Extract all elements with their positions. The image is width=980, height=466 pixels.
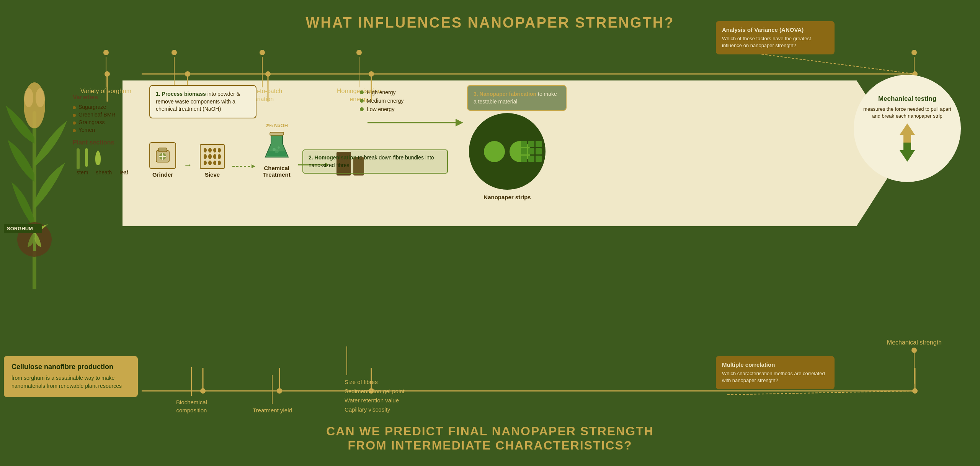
svg-marker-43 — [456, 119, 463, 126]
svg-marker-45 — [900, 143, 915, 162]
nano-cell — [536, 156, 542, 162]
homo-arrow-svg — [368, 113, 463, 132]
chem-treatment-label: ChemicalTreatment — [263, 165, 291, 178]
step1-box: 1. Process biomass into powder & remove … — [149, 85, 256, 118]
svg-point-38 — [278, 146, 280, 149]
sieve-hole — [213, 148, 216, 153]
mech-dot-top — [911, 50, 917, 55]
char-water: Water retention value — [345, 396, 405, 405]
anova-box: Analysis of Variance (ANOVA) Which of th… — [716, 21, 835, 54]
svg-marker-44 — [900, 123, 915, 143]
mech-strength-bottom: Mechanical strength — [887, 339, 942, 384]
plant-sections-labels: stem sheath leaf — [77, 169, 149, 176]
anova-desc: Which of these factors have the greatest… — [722, 35, 828, 49]
naoh-label: 2% NaOH — [266, 123, 288, 128]
variety-yemen: Yemen — [73, 126, 149, 134]
mech-line-bottom — [914, 353, 915, 384]
sieve-hole — [204, 161, 207, 165]
cellulose-desc: from sorghum is a sustainable way to mak… — [11, 374, 130, 390]
sieve-hole — [208, 154, 211, 159]
grinder-item: Grinder — [149, 142, 176, 178]
dashed-arrow-svg — [232, 162, 255, 170]
grinder-svg — [153, 146, 172, 165]
biochem-line — [191, 367, 192, 396]
grinder-icon — [149, 142, 176, 169]
energy-dot-low — [360, 107, 364, 111]
sieve-label: Sieve — [205, 171, 220, 178]
sieve-hole — [204, 154, 207, 159]
stem-bar — [77, 148, 80, 169]
factor-line-variety — [106, 57, 106, 87]
sieve-hole — [218, 148, 221, 153]
factor-dot-variety — [103, 50, 109, 55]
nano-cell — [528, 148, 534, 154]
svg-rect-36 — [270, 132, 284, 135]
dashed-arrow — [232, 162, 255, 170]
multi-title: Multiple correlation — [722, 361, 828, 368]
energy-high: High energy — [360, 88, 404, 97]
char-capillary: Capillary viscosity — [345, 405, 405, 414]
beaker-icon — [263, 130, 290, 162]
step3-text: 3. Nanopaper fabrication to make a testa… — [474, 90, 560, 105]
nano-cell — [521, 148, 527, 154]
step1-title: 1. Process biomass — [156, 91, 206, 97]
factor-line-homo — [359, 57, 359, 87]
nano-cell — [528, 141, 534, 147]
nano-cell — [521, 156, 527, 162]
variety-greenleaf: Greenleaf BMR — [73, 111, 149, 118]
mech-testing-title: Mechanical testing — [878, 95, 936, 103]
nanopaper-section: Nanopaper strips — [469, 113, 546, 190]
sieve-icon — [200, 144, 225, 169]
sieve-hole — [213, 154, 216, 159]
char-line — [346, 346, 347, 375]
label-leaf: leaf — [119, 169, 128, 176]
energy-low: Low energy — [360, 105, 404, 113]
grinder-label: Grinder — [152, 171, 173, 178]
factor-dot-homo — [356, 50, 362, 55]
sheath-container — [85, 148, 88, 169]
svg-point-39 — [275, 149, 279, 153]
anova-title: Analysis of Variance (ANOVA) — [722, 26, 828, 33]
step2-title: 2. Homogenisation — [309, 154, 356, 161]
label-sheath: sheath — [96, 169, 112, 176]
energy-dot-medium — [360, 99, 364, 103]
step3-box: 3. Nanopaper fabrication to make a testa… — [467, 85, 567, 111]
factor-line-batch — [262, 57, 263, 87]
question-line2: FROM INTERMEDIATE CHARACTERISTICS? — [326, 438, 654, 453]
step2-text: 2. Homogenisation to break down fibre bu… — [309, 154, 442, 169]
svg-line-21 — [727, 391, 915, 395]
factor-variety: Variety of sorghum — [80, 50, 131, 95]
label-stem: stem — [77, 169, 88, 176]
cellulose-title: Cellulose nanofibre production — [11, 363, 130, 371]
factor-dot-plant — [172, 50, 177, 55]
sieve-hole — [213, 161, 216, 165]
mech-arrows-svg — [896, 123, 919, 162]
nanopaper-label: Nanopaper strips — [483, 194, 531, 200]
svg-point-5 — [185, 71, 190, 77]
plant-sections-title: Plant sections — [73, 139, 149, 146]
char-size: Size of fibres — [345, 377, 405, 387]
char-list-section: Size of fibres Sedimentation gel point W… — [345, 346, 405, 414]
factor-line-plant — [174, 57, 175, 87]
bottom-question: CAN WE PREDICT FINAL NANOPAPER STRENGTH … — [326, 424, 654, 453]
leaf-icon — [93, 148, 103, 167]
nano-cell — [536, 148, 542, 154]
nano-cell — [521, 141, 527, 147]
chem-treatment-item: 2% NaOH ChemicalTreatment — [263, 130, 291, 178]
biochem-text: Biochemicalcomposition — [176, 396, 207, 414]
svg-rect-29 — [158, 148, 167, 152]
sieve-hole — [204, 148, 207, 153]
sieve-item: Sieve — [200, 144, 225, 178]
energy-dot-high — [360, 90, 364, 94]
sieve-hole — [218, 161, 221, 165]
nano-cell — [528, 156, 534, 162]
nano-grid-wrapper — [521, 141, 542, 162]
sieve-hole — [208, 148, 211, 153]
step1-text: 1. Process biomass into powder & remove … — [156, 90, 250, 113]
step3-title: 3. Nanopaper fabrication — [474, 91, 536, 97]
leaf-container — [93, 148, 103, 169]
svg-point-24 — [24, 88, 33, 107]
treatment-yield-label: Treatment yield — [253, 375, 292, 414]
svg-point-25 — [36, 88, 45, 107]
nano-cell — [536, 141, 542, 147]
